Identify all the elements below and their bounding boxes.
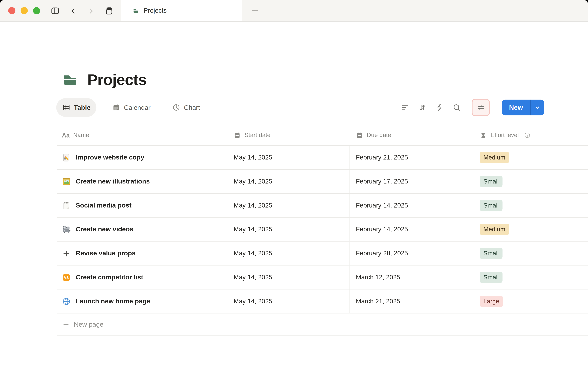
column-label: Effort level	[491, 132, 519, 139]
view-tab-table[interactable]: Table	[56, 98, 96, 117]
zoom-window-button[interactable]	[33, 7, 40, 14]
start-date-cell[interactable]: May 14, 2025	[227, 194, 349, 217]
name-cell[interactable]: Improve website copy	[57, 146, 227, 169]
start-date-cell[interactable]: May 14, 2025	[227, 217, 349, 241]
page-name: Social media post	[76, 201, 131, 209]
due-date-cell[interactable]: March 12, 2025	[349, 266, 473, 289]
table-row[interactable]: Create competitor list May 14, 2025 Marc…	[57, 266, 588, 290]
new-page-row[interactable]: New page	[57, 314, 588, 335]
column-header-due-date[interactable]: Due date	[349, 125, 473, 145]
info-icon[interactable]	[524, 132, 531, 139]
due-date-cell[interactable]: February 14, 2025	[349, 194, 473, 217]
effort-cell[interactable]: Small	[473, 170, 588, 193]
name-cell[interactable]: Launch new home page	[57, 290, 227, 313]
name-cell[interactable]: Social media post	[57, 194, 227, 217]
calendar-icon	[355, 131, 363, 139]
folder-icon	[61, 71, 79, 89]
effort-badge: Medium	[480, 224, 509, 235]
sort-icon[interactable]	[418, 103, 427, 112]
start-date-cell[interactable]: May 14, 2025	[227, 266, 349, 289]
column-header-start-date[interactable]: Start date	[227, 125, 349, 145]
page-name: Revise value props	[76, 250, 136, 257]
due-date-cell[interactable]: February 17, 2025	[349, 170, 473, 193]
close-window-button[interactable]	[8, 7, 16, 14]
table-header-row: Aa Name Start date Due date Effort level	[57, 125, 588, 146]
window-controls	[8, 7, 40, 14]
page-title[interactable]: Projects	[87, 71, 147, 89]
page-name: Create competitor list	[76, 273, 143, 281]
tab-title: Projects	[144, 7, 167, 14]
calendar-icon	[112, 103, 121, 112]
due-date-cell[interactable]: February 21, 2025	[349, 146, 473, 169]
database-toolbar: New	[401, 98, 544, 117]
page-header: Projects	[61, 70, 147, 90]
effort-badge: Small	[480, 176, 502, 187]
page-emoji-icon	[62, 201, 71, 210]
page-name: Create new illustrations	[76, 177, 150, 185]
effort-cell[interactable]: Small	[473, 242, 588, 265]
column-label: Start date	[244, 132, 271, 139]
page-emoji-icon	[62, 153, 71, 162]
start-date-cell[interactable]: May 14, 2025	[227, 242, 349, 265]
start-date-cell[interactable]: May 14, 2025	[227, 146, 349, 169]
title-bar: Projects	[0, 0, 588, 22]
back-icon[interactable]	[69, 7, 78, 15]
view-tab-label: Chart	[184, 104, 200, 111]
table-body: Improve website copy May 14, 2025 Februa…	[57, 146, 588, 314]
tab-projects[interactable]: Projects	[121, 0, 242, 21]
page-name: Create new videos	[76, 225, 133, 233]
effort-badge: Medium	[480, 152, 509, 163]
name-cell[interactable]: Create new illustrations	[57, 170, 227, 193]
name-cell[interactable]: Create competitor list	[57, 266, 227, 289]
table-row[interactable]: Create new illustrations May 14, 2025 Fe…	[57, 170, 588, 194]
minimize-window-button[interactable]	[21, 7, 28, 14]
table-row[interactable]: Launch new home page May 14, 2025 March …	[57, 290, 588, 314]
table-row[interactable]: Revise value props May 14, 2025 February…	[57, 242, 588, 266]
start-date-cell[interactable]: May 14, 2025	[227, 290, 349, 313]
effort-badge: Small	[480, 200, 502, 211]
sidebar-toggle-icon[interactable]	[50, 6, 60, 16]
hourglass-icon	[479, 131, 487, 139]
new-button[interactable]: New	[502, 100, 530, 115]
search-icon[interactable]	[452, 103, 461, 112]
new-button-label: New	[509, 104, 523, 111]
view-tab-chart[interactable]: Chart	[166, 98, 206, 117]
filter-icon[interactable]	[401, 103, 410, 112]
page-emoji-icon	[62, 249, 71, 258]
tab-stack-icon[interactable]	[104, 6, 114, 16]
effort-cell[interactable]: Large	[473, 290, 588, 313]
chevron-down-icon	[534, 104, 541, 111]
name-cell[interactable]: Revise value props	[57, 242, 227, 265]
page-emoji-icon	[62, 297, 71, 306]
forward-icon[interactable]	[87, 7, 95, 15]
automation-icon[interactable]	[435, 103, 444, 112]
view-tab-calendar[interactable]: Calendar	[106, 98, 156, 117]
table-icon	[62, 103, 71, 112]
column-header-effort-level[interactable]: Effort level	[473, 125, 588, 145]
name-cell[interactable]: Create new videos	[57, 217, 227, 241]
page-emoji-icon	[62, 273, 71, 282]
effort-badge: Small	[480, 272, 502, 283]
start-date-cell[interactable]: May 14, 2025	[227, 170, 349, 193]
table-row[interactable]: Create new videos May 14, 2025 February …	[57, 217, 588, 242]
column-header-name[interactable]: Aa Name	[57, 125, 227, 145]
due-date-cell[interactable]: February 14, 2025	[349, 217, 473, 241]
view-tab-label: Calendar	[124, 104, 150, 111]
effort-cell[interactable]: Small	[473, 194, 588, 217]
view-settings-button-highlighted[interactable]	[472, 99, 490, 116]
pie-chart-icon	[172, 103, 181, 112]
effort-badge: Large	[480, 296, 503, 307]
effort-badge: Small	[480, 248, 502, 259]
view-switcher: Table Calendar Chart	[56, 98, 206, 117]
table-row[interactable]: Social media post May 14, 2025 February …	[57, 194, 588, 217]
new-dropdown-button[interactable]	[531, 100, 544, 115]
effort-cell[interactable]: Medium	[473, 217, 588, 241]
new-tab-icon[interactable]	[251, 6, 259, 16]
table-row[interactable]: Improve website copy May 14, 2025 Februa…	[57, 146, 588, 170]
effort-cell[interactable]: Small	[473, 266, 588, 289]
due-date-cell[interactable]: March 21, 2025	[349, 290, 473, 313]
projects-table: Aa Name Start date Due date Effort level…	[57, 125, 588, 335]
column-label: Due date	[367, 132, 391, 139]
effort-cell[interactable]: Medium	[473, 146, 588, 169]
due-date-cell[interactable]: February 28, 2025	[349, 242, 473, 265]
